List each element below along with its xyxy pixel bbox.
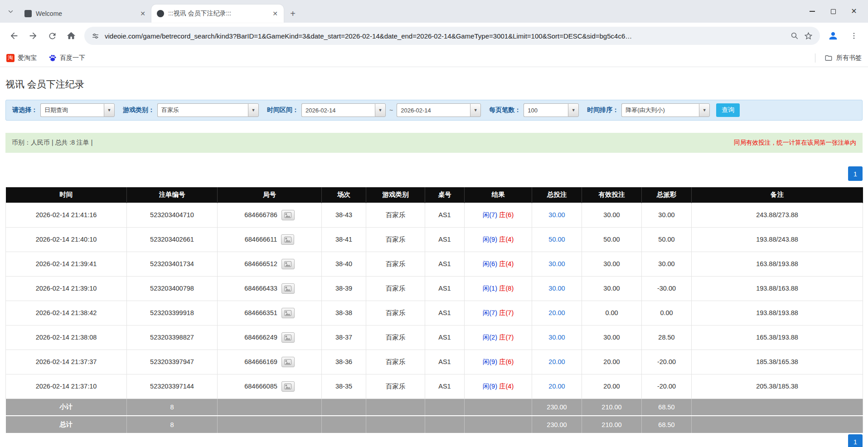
- cell-remark: 205.38/185.38: [692, 374, 863, 398]
- round-image-icon: [284, 212, 291, 218]
- total-bet-link[interactable]: 20.00: [548, 358, 565, 365]
- round-detail-button[interactable]: [281, 332, 295, 343]
- all-bookmarks[interactable]: 所有书签: [815, 53, 862, 63]
- tab-close-icon[interactable]: ✕: [139, 10, 147, 18]
- chevron-down-icon[interactable]: ▼: [568, 103, 579, 117]
- cell-remark: 243.88/273.88: [692, 203, 863, 227]
- total-bet-link[interactable]: 50.00: [548, 236, 565, 243]
- profile-button[interactable]: [824, 26, 843, 45]
- bookmark-star-icon[interactable]: [804, 32, 813, 40]
- cell-total-bet: 50.00: [532, 227, 582, 252]
- total-bet-link[interactable]: 30.00: [548, 285, 565, 292]
- round-detail-button[interactable]: [281, 381, 295, 392]
- total-bet-link[interactable]: 20.00: [548, 383, 565, 390]
- game-category-input[interactable]: [157, 103, 248, 117]
- back-icon: [9, 31, 19, 41]
- cell-result: 闲(2) 庄(7): [465, 325, 532, 350]
- cell-remark: 185.38/165.38: [692, 350, 863, 374]
- bet-records-table: 时间 注单编号 局号 场次 游戏类别 桌号 结果 总投注 有效投注 总派彩 备注…: [5, 187, 863, 433]
- round-detail-button[interactable]: [281, 234, 294, 245]
- bookmark-baidu[interactable]: 百度一下: [48, 54, 85, 62]
- round-id-text: 684666786: [244, 211, 277, 219]
- tab-search-button[interactable]: [4, 5, 17, 18]
- total-bet-link[interactable]: 20.00: [548, 309, 565, 316]
- total-bet-link[interactable]: 30.00: [548, 260, 565, 267]
- pagination-page-1[interactable]: 1: [848, 166, 863, 181]
- toolbar-right: [824, 26, 863, 45]
- result-player: 闲(6): [483, 260, 497, 267]
- cell-table-no: AS1: [425, 374, 465, 398]
- cell-time: 2026-02-14 21:37:10: [6, 374, 127, 398]
- cell-remark: 163.88/193.88: [692, 252, 863, 276]
- cell-table-no: AS1: [425, 203, 465, 227]
- menu-button[interactable]: [844, 26, 863, 45]
- round-detail-button[interactable]: [281, 308, 295, 318]
- close-button[interactable]: ✕: [844, 0, 864, 23]
- refresh-button[interactable]: [43, 26, 62, 45]
- total-count: 8: [127, 416, 218, 433]
- site-info-icon[interactable]: [92, 32, 99, 40]
- date-start-input[interactable]: [301, 103, 375, 117]
- chevron-down-icon[interactable]: ▼: [699, 103, 710, 117]
- total-bet-link[interactable]: 30.00: [548, 211, 565, 219]
- page-content: 视讯 会员下注纪录 请选择： ▼ 游戏类别： ▼ 时间区间： ▼ ~ ▼ 每页笔…: [0, 78, 868, 433]
- date-end-select[interactable]: ▼: [397, 103, 481, 117]
- page-size-label: 每页笔数：: [489, 106, 521, 114]
- cell-table-no: AS1: [425, 227, 465, 252]
- bet-record-row: 2026-02-14 21:38:08 523203398827 6846662…: [6, 325, 863, 350]
- address-bar[interactable]: videoie.com/game/betrecord_search/kind3?…: [84, 27, 820, 45]
- sort-select[interactable]: ▼: [621, 103, 710, 117]
- round-detail-button[interactable]: [281, 210, 295, 220]
- query-type-select[interactable]: ▼: [40, 103, 115, 117]
- cell-total-bet: 30.00: [532, 325, 582, 350]
- round-detail-button[interactable]: [281, 357, 295, 367]
- query-type-input[interactable]: [40, 103, 104, 117]
- cell-valid-bet: 30.00: [582, 325, 642, 350]
- date-end-input[interactable]: [397, 103, 470, 117]
- browser-tab-betrecord[interactable]: :::视讯 会员下注纪录::: ✕: [151, 5, 284, 23]
- browser-tab-welcome[interactable]: Welcome ✕: [19, 5, 151, 23]
- total-valid-bet: 210.00: [582, 416, 642, 433]
- round-detail-button[interactable]: [281, 259, 295, 269]
- cell-total-bet: 30.00: [532, 252, 582, 276]
- bookmark-aitaobao[interactable]: 淘 爱淘宝: [6, 54, 37, 62]
- pagination-page-1-bottom[interactable]: 1: [848, 434, 863, 447]
- back-button[interactable]: [5, 26, 24, 45]
- cell-result: 闲(1) 庄(8): [465, 276, 532, 301]
- col-valid-bet: 有效投注: [582, 187, 642, 203]
- chevron-down-icon[interactable]: ▼: [470, 103, 481, 117]
- cell-time: 2026-02-14 21:40:10: [6, 227, 127, 252]
- chevron-down-icon[interactable]: ▼: [104, 103, 115, 117]
- page-size-input[interactable]: [524, 103, 568, 117]
- maximize-button[interactable]: [823, 0, 844, 23]
- col-game: 游戏类别: [366, 187, 425, 203]
- col-table-no: 桌号: [425, 187, 465, 203]
- page-size-select[interactable]: ▼: [524, 103, 579, 117]
- col-result: 结果: [465, 187, 532, 203]
- result-banker: 庄(8): [499, 285, 514, 292]
- search-button[interactable]: 查询: [716, 103, 740, 117]
- tab-close-icon[interactable]: ✕: [271, 10, 279, 18]
- total-bet-link[interactable]: 30.00: [548, 334, 565, 341]
- game-category-select[interactable]: ▼: [157, 103, 259, 117]
- cell-session: 38-41: [322, 227, 366, 252]
- baidu-favicon: [48, 54, 57, 62]
- round-detail-button[interactable]: [281, 283, 295, 294]
- cell-session: 38-38: [322, 301, 366, 325]
- chevron-down-icon[interactable]: ▼: [375, 103, 386, 117]
- date-start-select[interactable]: ▼: [301, 103, 386, 117]
- sort-input[interactable]: [621, 103, 699, 117]
- chevron-down-icon[interactable]: ▼: [248, 103, 259, 117]
- page-title: 视讯 会员下注纪录: [5, 78, 868, 91]
- minimize-button[interactable]: [802, 0, 823, 23]
- cell-game: 百家乐: [366, 374, 425, 398]
- total-payout: 68.50: [642, 416, 692, 433]
- tab-title: Welcome: [36, 10, 135, 17]
- cell-round-id: 684666169: [218, 350, 322, 374]
- new-tab-button[interactable]: +: [286, 7, 299, 20]
- forward-button[interactable]: [24, 26, 43, 45]
- home-button[interactable]: [62, 26, 81, 45]
- cell-valid-bet: 30.00: [582, 276, 642, 301]
- zoom-icon[interactable]: [790, 32, 799, 40]
- cell-valid-bet: 30.00: [582, 203, 642, 227]
